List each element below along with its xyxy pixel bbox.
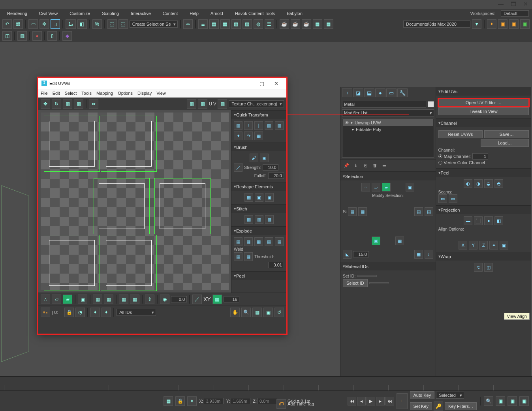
loop-icon[interactable]: ▤	[425, 207, 433, 216]
expand-icon[interactable]: ▸	[351, 120, 353, 125]
menu-babylon[interactable]: Babylon	[283, 10, 306, 17]
uvw-menu-tools[interactable]: Tools	[81, 91, 92, 96]
scale-icon[interactable]: ◧	[77, 19, 87, 29]
qt1-icon[interactable]: ▦	[234, 121, 243, 130]
uv-canvas[interactable]	[38, 110, 231, 293]
nav-orbit-icon[interactable]: ▣	[496, 396, 505, 406]
nav-pan-icon[interactable]: ▣	[508, 396, 517, 406]
exp2-icon[interactable]: ▦	[244, 237, 253, 246]
brush-line-icon[interactable]: ／	[234, 163, 243, 172]
reshape2-icon[interactable]: ▣	[255, 193, 263, 202]
uvw-freeform-icon[interactable]: ▦	[74, 99, 83, 109]
utilities-tab-icon[interactable]: 🔧	[397, 88, 408, 97]
vertex-color-radio[interactable]	[438, 161, 442, 165]
face-mode-icon[interactable]: ▰	[382, 183, 391, 191]
expand-icon[interactable]: ▸	[352, 127, 354, 132]
planar-proj-icon[interactable]: ▬	[464, 216, 472, 225]
box-proj-icon[interactable]: ◧	[494, 216, 503, 225]
dialog-close-button[interactable]: ✕	[269, 81, 283, 86]
eye-icon[interactable]: 👁	[345, 120, 349, 125]
render-last-icon[interactable]: ☕	[302, 19, 311, 29]
b2-key-icon[interactable]: 🗝	[41, 308, 50, 317]
modifier-stack[interactable]: 👁 ▸ Unwrap UVW ▸ Editable Poly	[342, 118, 434, 158]
tool2-icon[interactable]: ▣	[498, 19, 508, 29]
x-value[interactable]: 3.933m	[204, 398, 224, 404]
edge-mode-icon[interactable]: ▱	[372, 183, 380, 191]
display-tab-icon[interactable]: ▭	[386, 88, 397, 97]
key-filters-button[interactable]: Key Filters…	[445, 402, 477, 410]
uvw-menu-view[interactable]: View	[156, 91, 166, 96]
sb-isolate-icon[interactable]: ▦	[164, 396, 173, 406]
uvw-texopt-icon[interactable]: ▦	[218, 99, 227, 109]
ring-icon[interactable]: ▤	[414, 207, 423, 216]
peel3-icon[interactable]: ◒	[484, 179, 493, 188]
render-setup-icon[interactable]: ☰	[265, 19, 274, 29]
sb-lock-icon[interactable]: 🔒	[175, 396, 185, 406]
undo-icon[interactable]: ↶	[2, 19, 12, 29]
element-mode-icon[interactable]: ▣	[406, 183, 414, 191]
b1-brush-icon[interactable]: ／	[192, 295, 202, 304]
spherical-proj-icon[interactable]: ●	[484, 216, 493, 225]
selection-header[interactable]: Selection	[340, 172, 436, 180]
stitch3-icon[interactable]: ▦	[265, 215, 274, 224]
hierarchy-tab-icon[interactable]: ⬓	[364, 88, 374, 97]
reshape-header[interactable]: Reshape Elements	[231, 182, 286, 191]
b1-rot-icon[interactable]: ◉	[160, 295, 169, 304]
curve-editor-icon[interactable]: ▧	[231, 19, 241, 29]
reset-uvws-button[interactable]: Reset UVWs	[438, 130, 483, 138]
wrap-header[interactable]: Wrap	[436, 252, 532, 261]
uvw-menu-mapping[interactable]: Mapping	[96, 91, 113, 96]
key-mode-dropdown[interactable]: Selected	[436, 392, 464, 399]
selection-set-dropdown[interactable]: Create Selection Se	[130, 21, 178, 28]
tool1-icon[interactable]: ✦	[487, 19, 496, 29]
set-id-spinner[interactable]	[357, 275, 377, 277]
weld2-icon[interactable]: ▦	[244, 252, 253, 261]
render-frame-icon[interactable]: ☕	[291, 19, 300, 29]
sel-opt2-icon[interactable]: ↕	[425, 250, 433, 259]
maximize-button[interactable]: 🗖	[511, 1, 516, 7]
stitch2-icon[interactable]: ▦	[255, 215, 263, 224]
falloff-spinner[interactable]: 20.0	[268, 173, 284, 179]
exp4-icon[interactable]: ▦	[265, 237, 273, 246]
uvw-menu-options[interactable]: Options	[118, 91, 133, 96]
goto-start-icon[interactable]: ⏮	[348, 397, 356, 405]
allids-dropdown[interactable]: All IDs	[117, 309, 156, 316]
utility2-icon[interactable]: ▯	[47, 31, 57, 41]
modify-tab-icon[interactable]: ◪	[353, 88, 363, 97]
qt3-icon[interactable]: ∥	[254, 121, 263, 130]
qt7-icon[interactable]: ↷	[244, 131, 253, 140]
b2-reset-icon[interactable]: ↺	[274, 308, 284, 317]
select-id-spinner[interactable]	[369, 282, 389, 284]
menu-help[interactable]: Help	[186, 10, 203, 17]
b2-zoom-icon[interactable]: 🔍	[241, 308, 251, 317]
sb-adaptive-icon[interactable]: ✦	[187, 396, 197, 406]
snap-icon[interactable]: ⬚	[107, 19, 117, 29]
menu-customize[interactable]: Customize	[66, 10, 94, 17]
menu-civilview[interactable]: Civil View	[35, 10, 62, 17]
project-path[interactable]: Documents\3ds Max 2020	[403, 21, 470, 28]
projection-header[interactable]: Projection	[436, 206, 532, 214]
show-end-icon[interactable]: ℹ	[352, 162, 359, 169]
move-icon[interactable]: ✥	[39, 19, 49, 29]
object-name-input[interactable]	[342, 101, 426, 108]
explode-header[interactable]: Explode	[231, 227, 286, 235]
uvpeel-header[interactable]: Peel	[231, 272, 286, 280]
axis-icon[interactable]: 1₃	[66, 19, 76, 29]
menu-havok[interactable]: Havok Content Tools	[231, 10, 279, 17]
containers-icon[interactable]: ▥	[17, 31, 27, 41]
select-id-button[interactable]: Select ID	[343, 279, 368, 287]
mirror-icon[interactable]: ⇔	[183, 19, 193, 29]
qt8-icon[interactable]: ▦	[254, 131, 263, 140]
planar-angle-spinner[interactable]: 15.0	[353, 251, 369, 257]
time-tag-icon[interactable]: 🏷	[276, 399, 286, 409]
b2-fit-icon[interactable]: ▣	[263, 308, 273, 317]
brush-header[interactable]: Brush	[231, 143, 286, 151]
menu-rendering[interactable]: Rendering	[3, 10, 31, 17]
nav-zoom-icon[interactable]: 🔍	[484, 396, 493, 406]
b2-frame-icon[interactable]: ▦	[252, 308, 262, 317]
b1-edge-icon[interactable]: ▱	[52, 295, 61, 304]
nav-max-icon[interactable]: ▣	[519, 396, 529, 406]
uvw-mirror-icon[interactable]: ⇔	[89, 99, 98, 109]
shrink-icon[interactable]: ▦	[358, 207, 367, 216]
stack-item-editablepoly[interactable]: ▸ Editable Poly	[343, 126, 433, 133]
